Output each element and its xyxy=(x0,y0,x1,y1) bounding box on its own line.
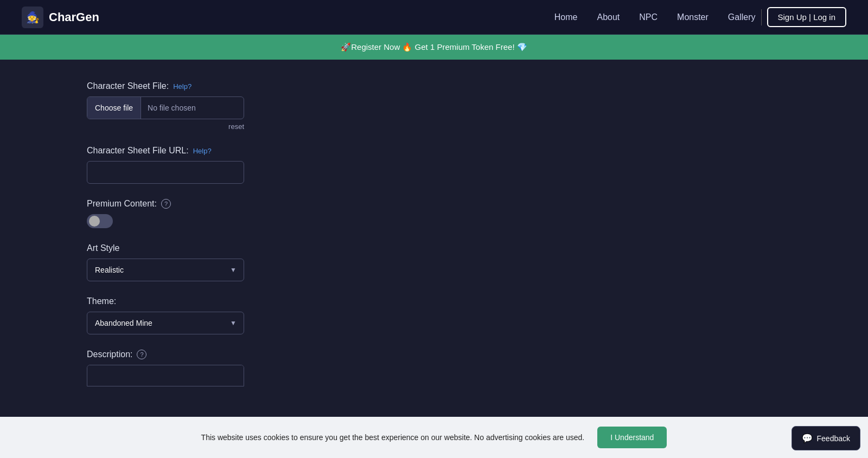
cookie-banner: This website uses cookies to ensure you … xyxy=(0,417,868,458)
character-sheet-file-help[interactable]: Help? xyxy=(173,82,192,91)
art-style-section: Art Style Realistic Cartoon Anime Painte… xyxy=(87,243,326,281)
file-input-wrapper: Choose file No file chosen xyxy=(87,96,244,119)
character-sheet-url-input[interactable] xyxy=(87,161,244,184)
promo-text: 🚀Register Now 🔥 Get 1 Premium Token Free… xyxy=(341,42,527,51)
description-section: Description: ? xyxy=(87,350,326,389)
theme-select[interactable]: Abandoned Mine Dark Forest Ancient Ruins… xyxy=(87,312,244,334)
nav-links: Home About NPC Monster Gallery xyxy=(554,12,756,22)
cookie-accept-button[interactable]: I Understand xyxy=(597,427,667,448)
premium-content-toggle-wrapper xyxy=(87,214,326,228)
logo-text: CharGen xyxy=(49,10,99,24)
character-sheet-file-label: Character Sheet File: Help? xyxy=(87,81,326,91)
toggle-thumb xyxy=(89,216,100,227)
premium-content-toggle[interactable] xyxy=(87,214,113,228)
character-sheet-file-section: Character Sheet File: Help? Choose file … xyxy=(87,81,326,131)
feedback-button[interactable]: 💬 Feedback xyxy=(792,426,860,450)
reset-link[interactable]: reset xyxy=(87,122,244,131)
description-label: Description: ? xyxy=(87,350,326,359)
nav-monster[interactable]: Monster xyxy=(677,12,709,22)
character-sheet-url-help[interactable]: Help? xyxy=(193,147,212,155)
logo-icon: 🧙 xyxy=(22,7,43,28)
nav-npc[interactable]: NPC xyxy=(639,12,658,22)
nav-about[interactable]: About xyxy=(597,12,620,22)
theme-section: Theme: Abandoned Mine Dark Forest Ancien… xyxy=(87,296,326,334)
signup-button[interactable]: Sign Up | Log in xyxy=(767,7,846,27)
premium-content-label: Premium Content: ? xyxy=(87,199,326,209)
feedback-icon: 💬 xyxy=(802,433,813,443)
nav-divider xyxy=(761,9,762,25)
feedback-label: Feedback xyxy=(817,434,850,443)
description-help-icon[interactable]: ? xyxy=(137,350,146,359)
description-input[interactable] xyxy=(87,365,244,386)
theme-select-wrapper: Abandoned Mine Dark Forest Ancient Ruins… xyxy=(87,312,244,334)
premium-content-help-icon[interactable]: ? xyxy=(161,199,171,209)
nav-gallery[interactable]: Gallery xyxy=(728,12,756,22)
logo[interactable]: 🧙 CharGen xyxy=(22,7,99,28)
promo-banner: 🚀Register Now 🔥 Get 1 Premium Token Free… xyxy=(0,35,868,60)
art-style-select-wrapper: Realistic Cartoon Anime Painterly ▼ xyxy=(87,259,244,281)
cookie-text: This website uses cookies to ensure you … xyxy=(201,433,585,442)
file-name-display: No file chosen xyxy=(141,104,244,112)
art-style-label: Art Style xyxy=(87,243,326,253)
theme-label: Theme: xyxy=(87,296,326,306)
character-sheet-url-section: Character Sheet File URL: Help? xyxy=(87,146,326,184)
navbar: 🧙 CharGen Home About NPC Monster Gallery… xyxy=(0,0,868,35)
choose-file-button[interactable]: Choose file xyxy=(87,97,141,119)
premium-content-section: Premium Content: ? xyxy=(87,199,326,228)
main-content: Character Sheet File: Help? Choose file … xyxy=(0,60,326,425)
nav-home[interactable]: Home xyxy=(554,12,578,22)
character-sheet-url-label: Character Sheet File URL: Help? xyxy=(87,146,326,156)
art-style-select[interactable]: Realistic Cartoon Anime Painterly xyxy=(87,259,244,281)
